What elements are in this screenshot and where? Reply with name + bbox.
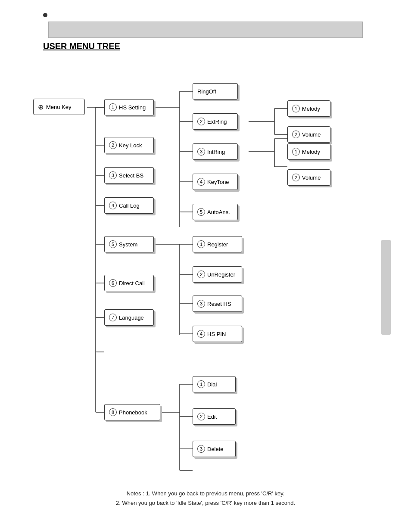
intring-num: 3 — [197, 148, 205, 156]
delete-label: Delete — [207, 446, 224, 452]
select-bs-box: 3 Select BS — [104, 167, 154, 184]
autoans-num: 5 — [197, 208, 205, 216]
melody2-num: 1 — [292, 148, 300, 156]
direct-call-num: 6 — [109, 279, 117, 287]
notes-section: Notes : 1. When you go back to previous … — [17, 489, 394, 508]
ringoff-box: RingOff — [193, 83, 238, 100]
hs-setting-label: HS Setting — [119, 104, 146, 111]
page-title: USER MENU TREE — [43, 41, 394, 51]
hs-setting-box: 1 HS Setting — [104, 99, 154, 115]
edit-num: 2 — [197, 413, 205, 420]
keytone-box: 4 KeyTone — [193, 174, 238, 190]
phonebook-label: Phonebook — [119, 409, 147, 416]
hs-setting-num: 1 — [109, 103, 117, 111]
dial-box: 1 Dial — [193, 376, 236, 392]
ringoff-label: RingOff — [197, 88, 216, 95]
register-box: 1 Register — [193, 236, 242, 252]
call-log-box: 4 Call Log — [104, 197, 154, 214]
menu-key-box: ⊕ Menu Key — [33, 99, 85, 115]
key-lock-label: Key Lock — [119, 142, 142, 149]
melody2-box: 1 Melody — [287, 143, 330, 160]
autoans-box: 5 AutoAns. — [193, 204, 238, 220]
dial-num: 1 — [197, 380, 205, 388]
call-log-num: 4 — [109, 202, 117, 209]
delete-box: 3 Delete — [193, 441, 236, 457]
top-bar — [48, 22, 363, 38]
keytone-label: KeyTone — [207, 179, 229, 185]
intring-label: IntRing — [207, 149, 225, 155]
note-line-1: Notes : 1. When you go back to previous … — [17, 489, 394, 498]
melody1-label: Melody — [302, 106, 320, 112]
unregister-label: UnRegister — [207, 271, 235, 278]
scrollbar[interactable] — [381, 240, 391, 335]
volume1-box: 2 Volume — [287, 126, 330, 143]
edit-label: Edit — [207, 414, 217, 420]
call-log-label: Call Log — [119, 202, 140, 209]
intring-box: 3 IntRing — [193, 143, 238, 160]
edit-box: 2 Edit — [193, 408, 236, 425]
register-num: 1 — [197, 240, 205, 248]
language-num: 7 — [109, 314, 117, 321]
extring-label: ExtRing — [207, 118, 227, 125]
phonebook-num: 8 — [109, 408, 117, 416]
melody2-label: Melody — [302, 149, 320, 155]
reset-hs-label: Reset HS — [207, 301, 231, 307]
unregister-num: 2 — [197, 271, 205, 278]
direct-call-label: Direct Call — [119, 280, 145, 286]
bullet-point — [43, 13, 47, 17]
reset-hs-num: 3 — [197, 300, 205, 308]
system-label: System — [119, 241, 137, 248]
system-box: 5 System — [104, 236, 154, 252]
language-label: Language — [119, 314, 144, 321]
keytone-num: 4 — [197, 178, 205, 186]
language-box: 7 Language — [104, 309, 154, 326]
select-bs-label: Select BS — [119, 172, 143, 179]
hs-pin-box: 4 HS PIN — [193, 326, 242, 342]
extring-box: 2 ExtRing — [193, 113, 238, 130]
system-num: 5 — [109, 240, 117, 248]
volume2-num: 2 — [292, 174, 300, 181]
autoans-label: AutoAns. — [207, 209, 230, 215]
direct-call-box: 6 Direct Call — [104, 275, 154, 291]
key-lock-num: 2 — [109, 141, 117, 149]
unregister-box: 2 UnRegister — [193, 266, 242, 283]
diagram: ⊕ Menu Key 1 HS Setting 2 Key Lock 3 Sel… — [20, 59, 391, 481]
hs-pin-num: 4 — [197, 330, 205, 338]
melody1-box: 1 Melody — [287, 100, 330, 117]
dial-label: Dial — [207, 381, 217, 388]
hs-pin-label: HS PIN — [207, 331, 226, 337]
register-label: Register — [207, 241, 228, 248]
phonebook-box: 8 Phonebook — [104, 404, 160, 420]
volume2-box: 2 Volume — [287, 169, 330, 186]
delete-num: 3 — [197, 445, 205, 453]
melody1-num: 1 — [292, 105, 300, 112]
menu-key-label: Menu Key — [46, 104, 72, 110]
note-line-2: 2. When you go back to 'Idle State', pre… — [17, 498, 394, 508]
volume2-label: Volume — [302, 174, 321, 181]
extring-num: 2 — [197, 118, 205, 125]
volume1-label: Volume — [302, 131, 321, 138]
volume1-num: 2 — [292, 131, 300, 138]
select-bs-num: 3 — [109, 171, 117, 179]
reset-hs-box: 3 Reset HS — [193, 296, 242, 312]
key-lock-box: 2 Key Lock — [104, 137, 154, 153]
menu-key-icon: ⊕ — [38, 103, 44, 111]
